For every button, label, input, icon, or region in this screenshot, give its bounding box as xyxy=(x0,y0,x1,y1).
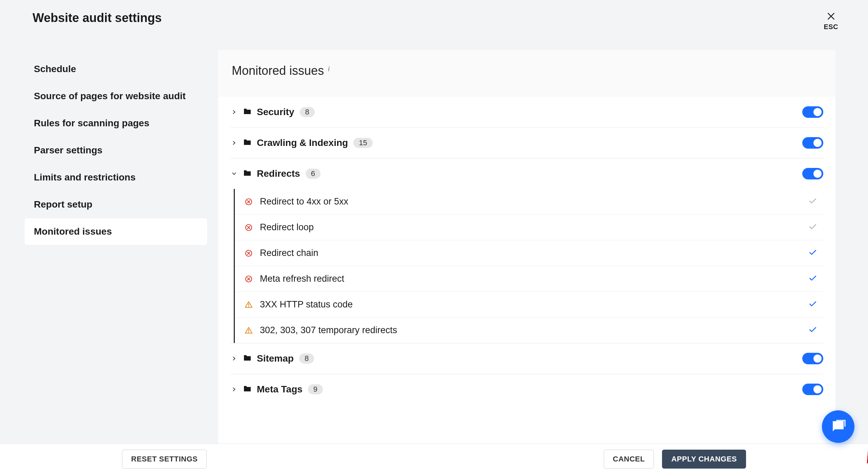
issue-row[interactable]: Meta refresh redirect xyxy=(235,266,823,292)
reset-settings-button[interactable]: RESET SETTINGS xyxy=(122,450,207,469)
issue-row[interactable]: 302, 303, 307 temporary redirects xyxy=(235,317,823,343)
folder-icon xyxy=(243,385,251,393)
category-name: Redirects xyxy=(257,168,300,179)
issue-row[interactable]: Redirect chain xyxy=(235,240,823,266)
issue-label: Redirect to 4xx or 5xx xyxy=(260,196,802,207)
warning-icon xyxy=(244,300,253,309)
issues-list: Redirect to 4xx or 5xxRedirect loopRedir… xyxy=(234,189,823,343)
category-toggle[interactable] xyxy=(802,137,823,149)
issue-label: 302, 303, 307 temporary redirects xyxy=(260,325,802,336)
check-icon[interactable] xyxy=(808,222,817,233)
check-icon[interactable] xyxy=(808,248,817,258)
chevron-right-icon[interactable] xyxy=(230,387,238,392)
category-count-badge: 8 xyxy=(300,107,315,117)
error-icon xyxy=(244,197,253,206)
category-row-crawling-indexing[interactable]: Crawling & Indexing15 xyxy=(230,127,823,158)
folder-icon xyxy=(243,108,251,116)
category-count-badge: 6 xyxy=(306,169,321,179)
folder-icon xyxy=(243,354,251,363)
check-icon[interactable] xyxy=(808,274,817,284)
sidebar-item-parser-settings[interactable]: Parser settings xyxy=(24,137,207,164)
chat-widget-button[interactable] xyxy=(822,410,854,443)
sidebar: ScheduleSource of pages for website audi… xyxy=(24,50,207,444)
category-row-meta-tags[interactable]: Meta Tags9 xyxy=(230,374,823,405)
error-icon xyxy=(244,223,253,232)
panel-body: Security8Crawling & Indexing15Redirects6… xyxy=(218,97,835,444)
chevron-right-icon[interactable] xyxy=(230,109,238,115)
issue-label: Redirect chain xyxy=(260,248,802,258)
category-toggle[interactable] xyxy=(802,168,823,179)
sidebar-item-limits-and-restrictions[interactable]: Limits and restrictions xyxy=(24,164,207,191)
check-icon[interactable] xyxy=(808,325,817,336)
chevron-right-icon[interactable] xyxy=(230,140,238,146)
issue-row[interactable]: Redirect to 4xx or 5xx xyxy=(235,189,823,214)
error-icon xyxy=(244,249,253,258)
chevron-right-icon[interactable] xyxy=(230,356,238,361)
close-button[interactable] xyxy=(826,11,836,22)
category-name: Sitemap xyxy=(257,353,294,364)
folder-icon xyxy=(243,139,251,147)
svg-point-7 xyxy=(248,331,249,332)
panel: Monitored issues i Security8Crawling & I… xyxy=(218,50,835,444)
sidebar-item-monitored-issues[interactable]: Monitored issues xyxy=(24,218,207,245)
folder-icon xyxy=(243,170,251,178)
cancel-button[interactable]: CANCEL xyxy=(604,450,654,469)
category-count-badge: 9 xyxy=(308,384,323,394)
check-icon[interactable] xyxy=(808,197,817,207)
issue-label: Meta refresh redirect xyxy=(260,274,802,284)
category-name: Crawling & Indexing xyxy=(257,137,348,148)
issue-row[interactable]: 3XX HTTP status code xyxy=(235,292,823,317)
issue-label: 3XX HTTP status code xyxy=(260,299,802,310)
sidebar-item-rules-for-scanning-pages[interactable]: Rules for scanning pages xyxy=(24,110,207,137)
category-name: Meta Tags xyxy=(257,384,303,395)
info-icon[interactable]: i xyxy=(328,65,329,73)
warning-icon xyxy=(244,326,253,335)
category-toggle[interactable] xyxy=(802,384,823,395)
category-row-redirects[interactable]: Redirects6 xyxy=(230,158,823,189)
apply-changes-button[interactable]: APPLY CHANGES xyxy=(662,450,746,469)
sidebar-item-schedule[interactable]: Schedule xyxy=(24,56,207,83)
category-row-sitemap[interactable]: Sitemap8 xyxy=(230,343,823,374)
category-count-badge: 15 xyxy=(353,138,372,148)
category-toggle[interactable] xyxy=(802,106,823,118)
chevron-down-icon[interactable] xyxy=(230,171,238,176)
sidebar-item-report-setup[interactable]: Report setup xyxy=(24,191,207,218)
esc-label: ESC xyxy=(824,23,838,31)
category-toggle[interactable] xyxy=(802,353,823,364)
category-count-badge: 8 xyxy=(299,353,314,364)
category-name: Security xyxy=(257,107,294,117)
svg-point-5 xyxy=(248,306,249,307)
category-row-security[interactable]: Security8 xyxy=(230,97,823,127)
issue-row[interactable]: Redirect loop xyxy=(235,214,823,240)
page-title: Website audit settings xyxy=(33,11,162,25)
sidebar-item-source-of-pages-for-website-audit[interactable]: Source of pages for website audit xyxy=(24,83,207,110)
footer: RESET SETTINGS CANCEL APPLY CHANGES xyxy=(0,444,868,474)
panel-title: Monitored issues xyxy=(232,64,324,78)
check-icon[interactable] xyxy=(808,300,817,310)
error-icon xyxy=(244,275,253,283)
issue-label: Redirect loop xyxy=(260,222,802,233)
